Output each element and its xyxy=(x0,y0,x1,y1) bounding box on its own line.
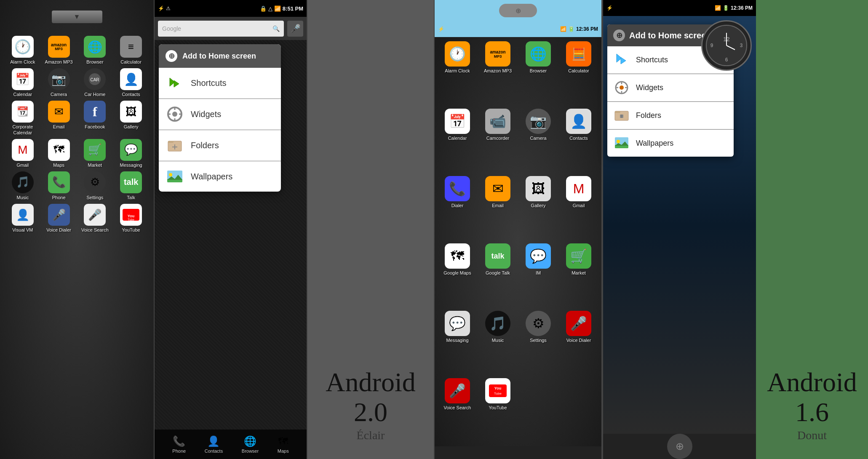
app-voice-search[interactable]: 🎤 Voice Search xyxy=(79,204,112,233)
svg-point-24 xyxy=(620,85,624,90)
donut-youtube[interactable]: You Tube YouTube xyxy=(479,378,516,442)
dock-browser[interactable]: 🌐 Browser xyxy=(242,435,259,454)
donut-alarm-clock[interactable]: 🕐 Alarm Clock xyxy=(439,41,476,105)
donut-contacts[interactable]: 👤 Contacts xyxy=(560,109,597,173)
app-maps[interactable]: 🗺 Maps xyxy=(43,139,75,168)
app-camera[interactable]: 📷 Camera xyxy=(43,68,75,97)
svg-text:6: 6 xyxy=(725,57,728,63)
donut-gmail[interactable]: M Gmail xyxy=(560,176,597,240)
menu-item-wallpapers[interactable]: Wallpapers xyxy=(159,161,281,192)
donut-settings[interactable]: ⚙ Settings xyxy=(520,311,557,375)
svg-point-30 xyxy=(617,140,620,143)
donut-camera[interactable]: 📷 Camera xyxy=(520,109,557,173)
svg-point-6 xyxy=(172,112,177,117)
donut-messaging[interactable]: 💬 Messaging xyxy=(439,311,476,375)
donut-google-talk[interactable]: talk Google Talk xyxy=(479,243,516,307)
donut-usb-icon: ⚡ xyxy=(438,26,444,32)
donut-menu-battery: 🔋 xyxy=(723,5,729,11)
donut-menu-title: Add to Home screen xyxy=(629,31,711,40)
app-talk[interactable]: talk Talk xyxy=(115,171,147,200)
app-car-home[interactable]: CAR Car Home xyxy=(79,68,112,97)
app-music[interactable]: 🎵 Music xyxy=(6,171,39,200)
donut-amazon-mp3[interactable]: amazon MP3 Amazon MP3 xyxy=(479,41,516,105)
donut-gallery[interactable]: 🖼 Gallery xyxy=(520,176,557,240)
donut-handle[interactable]: ⊕ xyxy=(499,4,537,17)
status-icons-left: ⚡ ⚠ xyxy=(158,5,171,11)
app-market[interactable]: 🛒 Market xyxy=(79,139,112,168)
donut-dialer[interactable]: 📞 Dialer xyxy=(439,176,476,240)
context-menu-header: ⊕ Add to Home screen xyxy=(159,44,281,68)
mic-button[interactable]: 🎤 xyxy=(287,21,303,37)
drawer-handle[interactable]: ▼ xyxy=(52,11,102,23)
app-facebook[interactable]: f Facebook xyxy=(79,101,112,135)
donut-signal-icon: 📶 xyxy=(560,26,566,32)
donut-im[interactable]: 💬 IM xyxy=(520,243,557,307)
app-corp-calendar[interactable]: 📆 Corporate Calendar xyxy=(6,101,39,135)
app-gmail[interactable]: M Gmail xyxy=(6,139,39,168)
donut-email[interactable]: ✉ Email xyxy=(479,176,516,240)
donut-bottom-bar xyxy=(435,446,601,459)
menu-item-widgets[interactable]: Widgets xyxy=(159,99,281,130)
app-calculator[interactable]: ≡ Calculator xyxy=(115,36,147,65)
donut-voice-dialer[interactable]: 🎤 Voice Dialer xyxy=(560,311,597,375)
donut-menu-folders[interactable]: Folders xyxy=(607,102,734,129)
app-browser[interactable]: 🌐 Browser xyxy=(79,36,112,65)
menu-item-folders[interactable]: Folders xyxy=(159,130,281,161)
dock-contacts[interactable]: 👤 Contacts xyxy=(205,435,223,454)
donut-menu-signal: 📶 xyxy=(715,5,721,11)
donut-market[interactable]: 🛒 Market xyxy=(560,243,597,307)
folders-icon xyxy=(166,136,184,155)
donut-calendar[interactable]: 📅 Calendar xyxy=(439,109,476,173)
donut-shortcuts-icon xyxy=(613,51,630,68)
context-menu-title: Add to Home screen xyxy=(182,52,256,61)
donut-music[interactable]: 🎵 Music xyxy=(479,311,516,375)
donut-voice-search[interactable]: 🎤 Voice Search xyxy=(439,378,476,442)
drawer-top: ▼ xyxy=(4,4,150,29)
donut-browser[interactable]: 🌐 Browser xyxy=(520,41,557,105)
phone-wallpaper: ⊕ Add to Home screen Shortcuts xyxy=(155,40,307,430)
app-email[interactable]: ✉ Email xyxy=(43,101,75,135)
donut-menu-widgets[interactable]: Widgets xyxy=(607,74,734,101)
donut-menu-wallpapers[interactable]: Wallpapers xyxy=(607,130,734,157)
donut-add-icon: ⊕ xyxy=(613,29,625,41)
app-alarm-clock[interactable]: 🕐 Alarm Clock xyxy=(6,36,39,65)
app-voice-dialer[interactable]: 🎤 Voice Dialer xyxy=(43,204,75,233)
handle-icon: ⊕ xyxy=(515,7,521,15)
app-youtube[interactable]: You Tube YouTube xyxy=(115,204,147,233)
donut-wallpaper: 12 3 6 9 ⊕ Add to Home screen xyxy=(603,16,756,434)
dock-maps[interactable]: 🗺 Maps xyxy=(278,435,289,454)
home-icon: ⊕ xyxy=(676,440,684,452)
app-visual-vm[interactable]: 👤 Visual VM xyxy=(6,204,39,233)
usb-icon: ⚡ xyxy=(158,5,164,11)
donut-shortcuts-label: Shortcuts xyxy=(636,56,668,64)
app-gallery[interactable]: 🖼 Gallery xyxy=(115,101,147,135)
dock-phone[interactable]: 📞 Phone xyxy=(172,435,186,454)
donut-app-grid: 🕐 Alarm Clock amazon MP3 Amazon MP3 🌐 Br… xyxy=(435,37,601,446)
donut-wallpapers-icon xyxy=(613,135,630,152)
donut-google-maps[interactable]: 🗺 Google Maps xyxy=(439,243,476,307)
search-input[interactable]: Google 🔍 xyxy=(158,21,284,37)
donut-home-btn[interactable]: ⊕ xyxy=(667,434,692,459)
eclair-phone: ⚡ ⚠ 🔒 △ 📶 8:51 PM Google 🔍 🎤 ⊕ Add t xyxy=(154,0,307,459)
google-logo: Google xyxy=(162,25,181,32)
menu-item-shortcuts[interactable]: Shortcuts xyxy=(159,68,281,99)
wallpapers-label: Wallpapers xyxy=(191,172,232,181)
app-settings[interactable]: ⚙ Settings xyxy=(79,171,112,200)
app-messaging[interactable]: 💬 Messaging xyxy=(115,139,147,168)
android-20-subtitle: Éclair xyxy=(357,429,385,442)
donut-menu-status: ⚡ 📶 🔋 12:36 PM xyxy=(603,0,756,16)
android-16-section: ⊕ ⚡ 📶 🔋 12:36 PM 🕐 Alarm Clock amazon MP… xyxy=(434,0,868,459)
svg-text:CAR: CAR xyxy=(91,77,99,82)
shortcuts-label: Shortcuts xyxy=(191,78,226,88)
folders-label: Folders xyxy=(191,141,219,150)
app-contacts[interactable]: 👤 Contacts xyxy=(115,68,147,97)
donut-camcorder[interactable]: 📹 Camcorder xyxy=(479,109,516,173)
phone-dock: 📞 Phone 👤 Contacts 🌐 Browser 🗺 Maps xyxy=(155,430,307,459)
app-calendar[interactable]: 📅 Calendar xyxy=(6,68,39,97)
donut-calculator[interactable]: 🧮 Calculator xyxy=(560,41,597,105)
app-amazon-mp3[interactable]: amazon MP3 Amazon MP3 xyxy=(43,36,75,65)
android-20-label: Android 2.0 Éclair xyxy=(307,0,434,459)
donut-folders-label: Folders xyxy=(636,111,661,120)
donut-wallpapers-label: Wallpapers xyxy=(636,139,673,148)
app-phone[interactable]: 📞 Phone xyxy=(43,171,75,200)
